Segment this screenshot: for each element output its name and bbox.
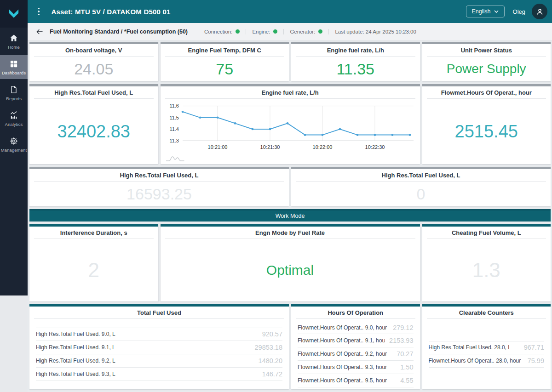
sidebar-item-dashboards[interactable]: Dashboards (0, 55, 28, 79)
card-title: Flowmet.Hours Of Operat., hour (422, 86, 551, 98)
dashboard-title: Fuel Monitoring Standard / *Fuel consump… (50, 28, 188, 35)
row-label: High Res.Total Fuel Used. 9.2, L (36, 358, 115, 364)
status-label: Generator: (290, 29, 315, 34)
row-label: High Res.Total Fuel Used. 9.3, L (36, 371, 115, 377)
row-label: Flowmet.Hours Of Operat.. 9.1, hour (298, 337, 385, 344)
card-value: 11.35 (336, 60, 374, 78)
card-value: 75 (216, 60, 233, 78)
app-logo[interactable] (0, 0, 28, 28)
card-title: Engn Mode by Fuel Rate (161, 227, 420, 239)
card-value: 24.05 (74, 60, 113, 78)
sidebar-item-label: Management (1, 148, 27, 153)
card-value: Power Supply (447, 62, 526, 76)
table: Flowmet.Hours Of Operat.. 9.0, hour279.1… (298, 321, 414, 387)
card-value: 0 (417, 185, 426, 203)
card-value: 2 (88, 259, 99, 282)
card-title: High Res.Total Fuel Used, L (291, 169, 551, 181)
row-value: 29853.18 (255, 344, 282, 351)
svg-text:11.6: 11.6 (169, 103, 179, 109)
status-dot-green (273, 29, 277, 34)
chevron-down-icon (494, 10, 499, 13)
row-value: 279.12 (393, 324, 413, 331)
row-label: Flowmet.Hours Of Operat.. 9.5, hour (298, 377, 387, 384)
table-row: High Res.Total Fuel Used. 28.0, L967.71 (429, 341, 545, 354)
svg-text:11.4: 11.4 (169, 126, 179, 132)
table: High Res.Total Fuel Used. 28.0, L967.71 … (429, 341, 545, 368)
row-label: Flowmet.Hours Of Operat.. 9.3, hour (298, 364, 387, 370)
row-value: 146.72 (262, 370, 282, 378)
card-value: 32402.83 (58, 122, 131, 142)
status-group: Connection: Engine: Generator: Last upda… (198, 29, 422, 34)
table-row: High Res.Total Fuel Used. 9.0, L920.57 (36, 328, 282, 341)
analytics-icon (9, 111, 18, 120)
row-label: High Res.Total Fuel Used. 28.0, L (429, 344, 511, 351)
asset-title: Asset: MTU 5V / DATAKOM D500 01 (52, 8, 466, 16)
hours-of-operation-table-card: Hours Of Operation Flowmet.Hours Of Oper… (291, 304, 420, 389)
card-value: Optimal (266, 262, 314, 278)
high-res-total-fuel-card-2: High Res.Total Fuel Used, L 16593.25 (29, 167, 289, 206)
total-fuel-used-table-card: Total Fuel Used High Res.Total Fuel Used… (29, 304, 289, 389)
row-value: 1480.20 (259, 357, 282, 364)
table-row: Flowmet.Hours Of Operat.. 9.3, hour1.50 (298, 361, 414, 374)
sidebar-item-management[interactable]: Management (0, 132, 28, 156)
engine-fuel-temp-card: Engine Fuel Temp, DFM C 75 (161, 42, 289, 81)
dashboard-grid: On-board voltage, V 24.05 Engine Fuel Te… (28, 40, 552, 392)
top-header: Asset: MTU 5V / DATAKOM D500 01 English … (28, 0, 552, 23)
status-label: Engine: (252, 29, 270, 34)
row-label: High Res.Total Fuel Used. 9.0, L (36, 331, 115, 337)
sidebar-item-label: Dashboards (2, 70, 26, 75)
status-dot-green (318, 29, 322, 34)
dashboards-icon (9, 59, 18, 68)
table-row: Flowmet.Hours Of Operat.. 9.2, hour70.27 (298, 347, 414, 361)
language-selector[interactable]: English (466, 6, 505, 17)
card-title: Interference Duration, s (29, 227, 158, 239)
interference-duration-card: Interference Duration, s 2 (29, 224, 158, 301)
engine-fuel-rate-chart-card: Engine fuel rate, L/h 11.311.411.511.610… (161, 84, 420, 164)
status-connection: Connection: (198, 29, 246, 34)
card-title: Engine fuel rate, L/h (291, 44, 420, 56)
table-row: Flowmet.Hours Of Operat.. 9.5, hour4.55 (298, 374, 414, 387)
svg-text:11.5: 11.5 (169, 115, 179, 120)
row-value: 75.99 (528, 357, 544, 364)
arrow-left-icon (35, 28, 44, 36)
sidebar: Home Dashboards Reports Analytics Manage… (0, 0, 28, 295)
back-button[interactable] (33, 25, 46, 38)
work-mode-banner: Work Mode (29, 209, 551, 222)
card-title: On-board voltage, V (29, 44, 158, 56)
card-title: Clearable Counters (422, 307, 551, 318)
line-chart-area: 11.311.411.511.610:21:0010:21:3010:22:00… (161, 99, 420, 164)
home-icon (9, 34, 18, 43)
svg-text:10:22:00: 10:22:00 (312, 144, 332, 150)
svg-text:10:21:30: 10:21:30 (260, 144, 280, 150)
table-row: High Res.Total Fuel Used. 9.2, L1480.20 (36, 354, 282, 368)
user-name: Oleg (513, 8, 525, 15)
table-row: Flowmet.Hours Of Operat.. 9.0, hour279.1… (298, 321, 414, 334)
row-label: Flowmet.Hours Of Operat.. 9.0, hour (298, 324, 387, 331)
fuel-rate-line-chart: 11.311.411.511.610:21:0010:21:3010:22:00… (162, 101, 416, 157)
banner-label: Work Mode (276, 213, 305, 219)
sidebar-item-analytics[interactable]: Analytics (0, 107, 28, 131)
card-title: Total Fuel Used (29, 307, 289, 318)
high-res-total-fuel-card-3: High Res.Total Fuel Used, L 0 (291, 167, 551, 206)
logo-chevron-icon (5, 5, 23, 23)
table: High Res.Total Fuel Used. 9.0, L920.57 H… (36, 328, 282, 381)
sidebar-item-home[interactable]: Home (0, 29, 28, 53)
engine-mode-card: Engn Mode by Fuel Rate Optimal (161, 224, 420, 301)
row-value: 967.71 (524, 344, 544, 351)
card-title: High Res.Total Fuel Used, L (29, 169, 289, 181)
chart-navigator-icon (165, 154, 185, 162)
language-label: English (472, 8, 491, 15)
management-icon (9, 136, 18, 146)
chart-title: Engine fuel rate, L/h (161, 86, 420, 98)
clearable-counters-table-card: Clearable Counters High Res.Total Fuel U… (422, 304, 551, 389)
card-title: Hours Of Operation (291, 307, 420, 318)
card-title: Unit Power Status (422, 44, 551, 56)
dashboard-toolbar: Fuel Monitoring Standard / *Fuel consump… (28, 23, 552, 40)
user-avatar[interactable] (532, 4, 547, 19)
table-row: Flowmet.Hours Of Operat.. 28.0, hour75.9… (429, 354, 545, 368)
sidebar-item-reports[interactable]: Reports (0, 81, 28, 105)
kebab-menu-icon[interactable] (36, 6, 41, 17)
high-res-total-fuel-card: High Res.Total Fuel Used, L 32402.83 (29, 84, 158, 164)
cheating-fuel-volume-card: Cheating Fuel Volume, L 1.3 (422, 224, 551, 301)
row-value: 1.50 (400, 364, 413, 371)
